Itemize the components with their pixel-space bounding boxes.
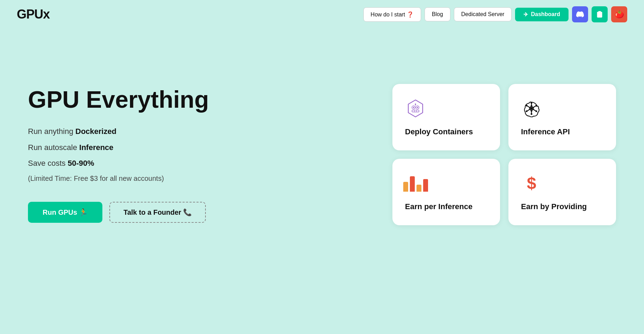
hero-bold-3: 50-90%	[68, 159, 94, 168]
chart-bar-1	[403, 182, 408, 192]
chart-bar-2	[410, 176, 415, 192]
hero-cards-grid: Deploy Containers	[371, 84, 616, 225]
inference-api-label: Inference API	[521, 127, 603, 136]
chart-bar-3	[417, 185, 421, 192]
tomato-icon: 🍅	[615, 10, 624, 19]
discord-icon-svg	[576, 10, 584, 18]
earn-by-providing-card[interactable]: $ Earn by Providing	[508, 159, 616, 225]
openai-icon-svg	[522, 99, 541, 118]
deploy-containers-label: Deploy Containers	[405, 127, 487, 136]
clipboard-icon-svg	[596, 10, 603, 18]
deploy-containers-icon	[405, 98, 426, 119]
run-gpus-button[interactable]: Run GPUs 🏃	[28, 202, 102, 223]
svg-point-16	[526, 105, 528, 107]
hero-note: (Limited Time: Free $3 for all new accou…	[28, 172, 224, 184]
hero-section: GPU Everything Run anything Dockerized R…	[0, 29, 644, 273]
dedicated-server-button[interactable]: Dedicated Server	[454, 7, 512, 21]
clipboard-button[interactable]	[592, 6, 608, 22]
docker-icon-svg	[406, 99, 425, 118]
deploy-containers-card[interactable]: Deploy Containers	[392, 84, 500, 150]
navbar: GPUx How do I start ❓ Blog Dedicated Ser…	[0, 0, 644, 29]
chart-bars-icon	[403, 175, 428, 192]
svg-point-15	[531, 113, 533, 115]
hero-title: GPU Everything	[28, 86, 224, 113]
blog-button[interactable]: Blog	[425, 7, 450, 21]
how-to-start-button[interactable]: How do I start ❓	[363, 7, 421, 22]
earn-per-inference-card[interactable]: Earn per Inference	[392, 159, 500, 225]
inference-api-icon	[521, 98, 542, 119]
earn-by-providing-icon: $	[521, 173, 542, 194]
svg-point-18	[526, 111, 528, 112]
svg-point-19	[535, 111, 537, 112]
tomato-button[interactable]: 🍅	[611, 6, 627, 22]
svg-point-17	[535, 105, 537, 107]
hero-bold-2: Inference	[79, 143, 114, 152]
svg-point-10	[415, 104, 416, 105]
earn-per-inference-icon	[405, 173, 426, 194]
hero-left: GPU Everything Run anything Dockerized R…	[28, 86, 245, 223]
svg-point-4	[413, 107, 414, 108]
svg-marker-1	[408, 100, 422, 117]
send-icon: ✈	[523, 11, 528, 18]
hero-buttons: Run GPUs 🏃 Talk to a Founder 📞	[28, 202, 224, 223]
svg-point-5	[417, 107, 418, 108]
inference-api-card[interactable]: Inference API	[508, 84, 616, 150]
svg-rect-0	[598, 11, 601, 13]
navbar-right: How do I start ❓ Blog Dedicated Server ✈…	[363, 6, 627, 22]
hero-line-1: Run anything Dockerized	[28, 125, 224, 138]
earn-per-inference-label: Earn per Inference	[405, 202, 487, 211]
svg-rect-6	[412, 110, 419, 112]
svg-point-14	[531, 102, 533, 104]
discord-button[interactable]	[572, 6, 588, 22]
talk-to-founder-button[interactable]: Talk to a Founder 📞	[109, 202, 206, 223]
logo: GPUx	[17, 7, 50, 22]
dollar-sign-icon: $	[527, 175, 536, 192]
hero-line-2: Run autoscale Inference	[28, 141, 224, 154]
hero-bold-1: Dockerized	[75, 127, 116, 136]
hero-line-3: Save costs 50-90%	[28, 157, 224, 170]
earn-by-providing-label: Earn by Providing	[521, 202, 603, 211]
dashboard-button[interactable]: ✈ Dashboard	[515, 8, 569, 21]
dashboard-label: Dashboard	[531, 11, 560, 17]
chart-bar-4	[423, 179, 428, 192]
